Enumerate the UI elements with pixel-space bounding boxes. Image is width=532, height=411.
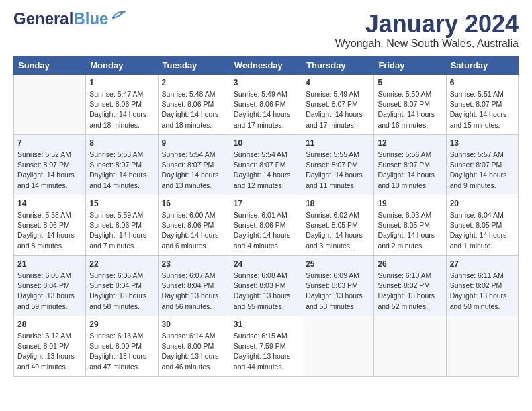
day-number: 23	[162, 259, 226, 270]
day-info-line: Sunset: 8:06 PM	[162, 220, 226, 230]
calendar-cell: 3Sunrise: 5:49 AMSunset: 8:06 PMDaylight…	[230, 74, 302, 134]
day-info-line: and 14 minutes.	[17, 181, 82, 191]
day-number: 27	[450, 259, 515, 270]
calendar-cell: 19Sunrise: 6:03 AMSunset: 8:05 PMDayligh…	[374, 195, 446, 255]
calendar-cell: 1Sunrise: 5:47 AMSunset: 8:06 PMDaylight…	[86, 74, 158, 134]
day-info-line: Sunset: 8:07 PM	[17, 160, 82, 170]
calendar-cell: 28Sunrise: 6:12 AMSunset: 8:01 PMDayligh…	[14, 316, 86, 376]
day-info-line: Sunset: 8:06 PM	[234, 220, 298, 230]
day-info-line: Sunrise: 6:04 AM	[450, 210, 515, 220]
day-number: 25	[306, 259, 370, 270]
day-info-line: Sunset: 8:06 PM	[162, 99, 226, 109]
day-info-line: Sunrise: 6:00 AM	[162, 210, 226, 220]
day-info-line: and 4 minutes.	[234, 241, 298, 251]
day-number: 14	[17, 198, 82, 210]
day-info-line: Sunrise: 6:09 AM	[306, 271, 370, 281]
day-info-line: Sunrise: 5:49 AM	[306, 89, 370, 99]
day-info-line: and 49 minutes.	[17, 362, 82, 372]
day-info-line: Sunrise: 5:52 AM	[17, 150, 82, 160]
day-number: 2	[162, 77, 226, 89]
day-info-line: Sunrise: 5:54 AM	[234, 150, 298, 160]
day-info-line: Daylight: 14 hours	[234, 109, 298, 120]
day-info-line: Daylight: 13 hours	[378, 291, 442, 301]
calendar-cell: 21Sunrise: 6:05 AMSunset: 8:04 PMDayligh…	[14, 255, 86, 316]
day-info-line: and 17 minutes.	[306, 120, 370, 130]
day-info-line: Sunset: 8:06 PM	[89, 220, 154, 230]
day-info-line: Daylight: 14 hours	[162, 170, 226, 180]
day-info-line: Sunrise: 6:03 AM	[378, 210, 442, 220]
calendar-cell: 24Sunrise: 6:08 AMSunset: 8:03 PMDayligh…	[230, 255, 302, 316]
weekday-header-saturday: Saturday	[446, 56, 518, 74]
day-info-line: Daylight: 13 hours	[162, 291, 226, 301]
day-info-line: Sunset: 7:59 PM	[234, 341, 298, 351]
day-info-line: Sunrise: 5:58 AM	[17, 210, 82, 220]
calendar-cell: 11Sunrise: 5:55 AMSunset: 8:07 PMDayligh…	[302, 134, 374, 195]
calendar-cell: 2Sunrise: 5:48 AMSunset: 8:06 PMDaylight…	[158, 74, 230, 134]
calendar-cell: 12Sunrise: 5:56 AMSunset: 8:07 PMDayligh…	[374, 134, 446, 195]
calendar-cell: 17Sunrise: 6:01 AMSunset: 8:06 PMDayligh…	[230, 195, 302, 255]
day-info-line: Sunrise: 6:14 AM	[162, 331, 226, 341]
day-info-line: Sunrise: 5:49 AM	[234, 89, 298, 99]
day-info-line: Sunrise: 6:12 AM	[17, 331, 82, 341]
day-info-line: Daylight: 14 hours	[378, 230, 442, 240]
day-info-line: Daylight: 13 hours	[89, 351, 154, 361]
weekday-header-sunday: Sunday	[14, 56, 86, 74]
day-number: 30	[162, 319, 226, 330]
day-info-line: Sunrise: 5:51 AM	[450, 89, 515, 99]
day-info-line: Sunset: 8:06 PM	[17, 220, 82, 230]
day-info-line: Daylight: 13 hours	[234, 291, 298, 301]
title-block: January 2024 Wyongah, New South Wales, A…	[335, 11, 519, 50]
calendar-cell: 9Sunrise: 5:54 AMSunset: 8:07 PMDaylight…	[158, 134, 230, 195]
day-info-line: Sunrise: 5:47 AM	[89, 89, 154, 99]
day-info-line: Daylight: 14 hours	[89, 170, 154, 180]
day-info-line: Sunset: 8:07 PM	[450, 160, 515, 170]
weekday-header-thursday: Thursday	[302, 56, 374, 74]
calendar-cell: 6Sunrise: 5:51 AMSunset: 8:07 PMDaylight…	[446, 74, 518, 134]
day-info-line: Sunset: 8:06 PM	[234, 99, 298, 109]
calendar-cell: 8Sunrise: 5:53 AMSunset: 8:07 PMDaylight…	[86, 134, 158, 195]
day-info-line: Daylight: 13 hours	[450, 291, 515, 301]
day-number: 13	[450, 138, 515, 149]
day-info-line: and 17 minutes.	[234, 120, 298, 130]
day-info-line: and 47 minutes.	[89, 362, 154, 372]
day-info-line: and 2 minutes.	[378, 241, 442, 251]
day-info-line: Sunset: 8:00 PM	[162, 341, 226, 351]
day-info-line: Daylight: 14 hours	[234, 170, 298, 180]
day-number: 15	[89, 198, 154, 210]
day-info-line: Sunrise: 6:02 AM	[306, 210, 370, 220]
day-info-line: Sunset: 8:07 PM	[234, 160, 298, 170]
day-info-line: Sunset: 8:07 PM	[306, 99, 370, 109]
day-info-line: Sunrise: 6:08 AM	[234, 271, 298, 281]
day-info-line: Sunrise: 6:10 AM	[378, 271, 442, 281]
calendar-cell: 7Sunrise: 5:52 AMSunset: 8:07 PMDaylight…	[14, 134, 86, 195]
day-info-line: Daylight: 14 hours	[89, 109, 154, 120]
day-info-line: and 6 minutes.	[162, 241, 226, 251]
calendar-cell	[374, 316, 446, 376]
day-info-line: Sunset: 8:01 PM	[17, 341, 82, 351]
day-info-line: Daylight: 14 hours	[17, 170, 82, 180]
calendar-cell: 29Sunrise: 6:13 AMSunset: 8:00 PMDayligh…	[86, 316, 158, 376]
day-info-line: and 10 minutes.	[378, 181, 442, 191]
day-info-line: and 56 minutes.	[162, 302, 226, 312]
day-info-line: Sunrise: 5:59 AM	[89, 210, 154, 220]
calendar-cell: 26Sunrise: 6:10 AMSunset: 8:02 PMDayligh…	[374, 255, 446, 316]
day-info-line: Sunset: 8:04 PM	[162, 281, 226, 291]
day-info-line: Sunrise: 6:06 AM	[89, 271, 154, 281]
day-info-line: Sunset: 8:03 PM	[234, 281, 298, 291]
day-info-line: Sunrise: 6:05 AM	[17, 271, 82, 281]
day-number: 17	[234, 198, 298, 210]
day-number: 24	[234, 259, 298, 270]
day-info-line: and 55 minutes.	[234, 302, 298, 312]
day-info-line: Sunset: 8:00 PM	[89, 341, 154, 351]
day-info-line: Daylight: 14 hours	[306, 230, 370, 240]
day-info-line: Sunset: 8:04 PM	[89, 281, 154, 291]
day-info-line: Sunset: 8:07 PM	[378, 160, 442, 170]
day-info-line: Daylight: 14 hours	[378, 109, 442, 120]
calendar-cell: 31Sunrise: 6:15 AMSunset: 7:59 PMDayligh…	[230, 316, 302, 376]
day-info-line: Sunset: 8:07 PM	[450, 99, 515, 109]
day-info-line: and 14 minutes.	[89, 181, 154, 191]
day-number: 31	[234, 319, 298, 330]
week-row-5: 28Sunrise: 6:12 AMSunset: 8:01 PMDayligh…	[14, 316, 519, 376]
day-number: 21	[17, 259, 82, 270]
day-number: 6	[450, 77, 515, 89]
